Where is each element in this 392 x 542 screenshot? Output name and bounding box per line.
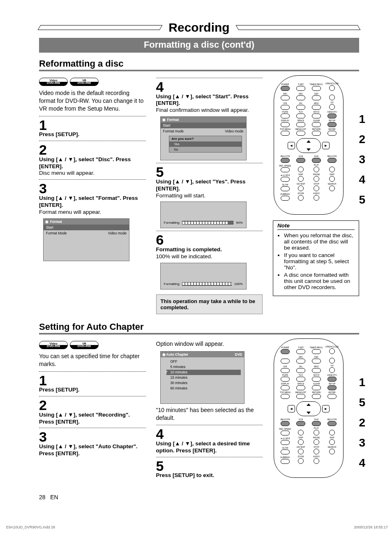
btn-5 xyxy=(296,105,305,110)
btn-menulist xyxy=(296,131,305,136)
btn-dvd xyxy=(312,158,321,163)
section1-columns: VideoDVD-RW VRDVD-RW Video mode is the d… xyxy=(39,75,359,317)
step-6: 6 xyxy=(156,234,263,246)
remote1-callouts: 1 2 3 4 5 xyxy=(359,111,365,208)
btn-8 xyxy=(296,113,305,118)
progress-100: Formatting 100% xyxy=(160,263,247,290)
btn-vcr xyxy=(296,158,305,163)
btn-recspeed xyxy=(281,167,290,172)
format-menu-1: ◉Format Start Format ModeVideo mode xyxy=(43,218,129,261)
disc-icon: ◉ xyxy=(162,118,166,122)
btn-setup xyxy=(327,122,337,127)
step6-sub: 100% will be indicated. xyxy=(156,253,263,260)
btn-display xyxy=(281,122,290,127)
dpad: ◄ ► xyxy=(277,138,340,153)
s2-step2: 2 xyxy=(39,399,146,412)
badge-dvdrw-vr: VRDVD-RW xyxy=(70,78,99,86)
formatting-banner: Formatting a disc (cont'd) xyxy=(39,38,359,53)
sec2-intro: You can set a specified time for chapter… xyxy=(39,352,146,368)
btn-6 xyxy=(312,105,321,110)
btn-right: ► xyxy=(322,142,330,149)
step3-text: Using [▲ / ▼], select "Format". Press [E… xyxy=(39,195,146,209)
step5-text: Using [▲ / ▼], select "Yes". Press [ENTE… xyxy=(156,178,263,192)
page-footer: 28 EN xyxy=(39,491,359,500)
s2-step4-text: Using [▲ / ▼], select a desired time opt… xyxy=(156,440,263,454)
step2-sub: Disc menu will appear. xyxy=(39,170,146,177)
operation-note: This operation may take a while to be co… xyxy=(156,294,263,314)
remote2-callouts: 1 5 2 3 4 xyxy=(359,374,365,472)
btn-return xyxy=(312,131,321,136)
btn-left: ◄ xyxy=(288,142,295,149)
btn-9 xyxy=(312,113,321,118)
heading-autochapter: Setting for Auto Chapter xyxy=(39,322,359,334)
btn-open xyxy=(329,85,335,91)
btn-skipb xyxy=(298,176,304,182)
btn-0 xyxy=(296,122,305,127)
btn-updown xyxy=(296,138,321,153)
btn-stop xyxy=(314,185,319,191)
btn-timer xyxy=(312,86,321,91)
btn-1 xyxy=(281,95,290,100)
btn-enter xyxy=(327,131,337,136)
title-bar: Recording xyxy=(39,21,359,35)
btn-rec1 xyxy=(281,158,290,163)
btn-rec2 xyxy=(327,158,337,163)
s2-step5: 5 xyxy=(156,460,263,473)
step4-sub: Final confirmation window will appear. xyxy=(156,107,263,114)
s2-step3-text: Using [▲ / ▼], select "Auto Chapter". Pr… xyxy=(39,443,146,457)
heading-reformatting: Reformatting a disc xyxy=(39,58,359,71)
s2-step2-text: Using [▲ / ▼], select "Recording". Press… xyxy=(39,412,146,426)
badge-dvdrw-vr: VRDVD-RW xyxy=(70,341,99,349)
btn-power xyxy=(281,86,290,91)
disc-icon: ◉ xyxy=(45,220,48,224)
btn-x13 xyxy=(281,177,290,182)
sec2-option-intro: Option window will appear. xyxy=(156,340,263,348)
btn-chup xyxy=(329,95,335,100)
btn-2 xyxy=(296,95,305,100)
btn-skipf xyxy=(329,176,335,182)
btn-audio xyxy=(314,195,319,201)
manual-page: Recording Formatting a disc (cont'd) Ref… xyxy=(0,0,392,513)
step1-text: Press [SETUP]. xyxy=(39,131,146,138)
step4-text: Using [▲ / ▼], select "Start". Press [EN… xyxy=(156,93,263,107)
btn-tset xyxy=(296,86,305,91)
btn-fwd xyxy=(329,167,335,172)
badge-dvdrw-video: VideoDVD-RW xyxy=(39,341,68,349)
btn-slow xyxy=(281,186,290,191)
btn-7 xyxy=(281,113,290,118)
step2-text: Using [▲ / ▼], select "Disc". Press [ENT… xyxy=(39,156,146,170)
sec2-col-middle: Option window will appear. ◉ Auto Chapte… xyxy=(156,338,263,479)
progress-90: Formatting 90% xyxy=(160,202,247,228)
btn-play xyxy=(314,167,319,172)
step3-sub: Format menu will appear. xyxy=(39,209,146,216)
s2-step3: 3 xyxy=(39,431,146,443)
step-5: 5 xyxy=(156,166,263,178)
btn-zoom xyxy=(298,195,304,201)
s2-step1-text: Press [SETUP]. xyxy=(39,387,146,394)
sec2-col-remote: POWER T-SET TIMER PROG. OPEN/CLOSE ABC D… xyxy=(273,338,359,478)
s2-step4: 4 xyxy=(156,428,263,440)
format-menu-2: ◉Format Start Format modeVideo mode Are … xyxy=(160,116,247,160)
step-1: 1 xyxy=(39,119,146,132)
btn-search xyxy=(329,185,335,191)
page-title: Recording xyxy=(161,21,237,35)
section2-columns: VideoDVD-RW VRDVD-RW You can set a speci… xyxy=(39,338,359,479)
auto-chapter-menu: ◉ Auto ChapterDVD OFF 5 minutes 10 minut… xyxy=(160,351,244,404)
note-item: If you want to cancel formatting at step… xyxy=(284,252,355,271)
sec1-col-middle: 4 Using [▲ / ▼], select "Start". Press [… xyxy=(156,75,263,317)
btn-chdn xyxy=(329,104,335,110)
step-4: 4 xyxy=(156,81,263,93)
btn-4 xyxy=(281,105,290,110)
step5-sub: Formatting will start. xyxy=(156,192,263,199)
badge-dvdrw-video: VideoDVD-RW xyxy=(39,78,68,86)
step-3: 3 xyxy=(39,182,146,195)
btn-3 xyxy=(312,95,321,100)
btn-clear xyxy=(312,122,321,127)
print-mark: E9A10UD_DVR90VG.indd 28 2005/12/26 18:55… xyxy=(0,513,392,533)
note-item: When you reformat the disc, all contents… xyxy=(284,232,355,251)
btn-videotv xyxy=(327,113,337,118)
btn-topmenu xyxy=(281,131,290,136)
step-2: 2 xyxy=(39,144,146,156)
sec1-intro: Video mode is the default recording form… xyxy=(39,89,146,113)
remote-control-1: POWER T-SET TIMER PROG. OPEN/CLOSE ABC A… xyxy=(274,75,344,215)
